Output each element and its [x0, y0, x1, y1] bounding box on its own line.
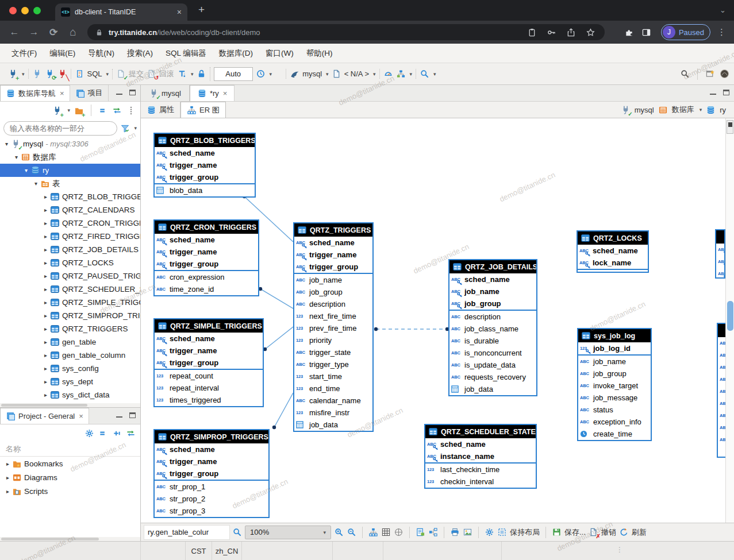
- diagram-search-icon[interactable]: [232, 527, 242, 537]
- sql-editor-dropdown[interactable]: ▾: [106, 71, 109, 77]
- expander-icon[interactable]: ▸: [41, 326, 50, 332]
- er-column-row[interactable]: ABCjob_group: [449, 298, 536, 310]
- filter-icon[interactable]: [120, 123, 130, 133]
- close-icon[interactable]: ×: [60, 89, 64, 98]
- sql-editor-label[interactable]: SQL: [87, 69, 102, 78]
- er-table-header[interactable]: QRTZ_CRON_TRIGGERS: [155, 221, 258, 234]
- project-item-Bookmarks[interactable]: ▸Bookmarks: [0, 457, 140, 470]
- commit-mode-combo[interactable]: Auto: [214, 67, 253, 81]
- expander-icon[interactable]: ▸: [41, 246, 50, 253]
- breadcrumb-schema[interactable]: ry: [720, 106, 726, 114]
- subtab-er-diagram[interactable]: ER 图: [180, 102, 226, 118]
- expander-icon[interactable]: ▸: [41, 286, 50, 292]
- minimize-window-button[interactable]: [21, 7, 29, 14]
- schema-doc-icon[interactable]: [332, 69, 341, 79]
- nav-new-connection-dropdown[interactable]: ▾: [67, 107, 70, 113]
- tree-item-sys_config[interactable]: ▸sys_config: [0, 362, 140, 375]
- expander-icon[interactable]: ▸: [41, 260, 50, 266]
- er-column-row[interactable]: ABCinstance_name: [425, 450, 536, 462]
- schema-dropdown[interactable]: ▾: [373, 71, 376, 77]
- er-column-row[interactable]: 123misfire_instr: [294, 407, 372, 419]
- routing-style-icon[interactable]: [428, 527, 438, 537]
- er-column-row[interactable]: ABCis_durable: [449, 335, 536, 347]
- selection-mode-icon[interactable]: [497, 527, 507, 537]
- zoom-in-icon[interactable]: [334, 527, 344, 537]
- er-table-clipped-0[interactable]: ABCABCABC: [715, 229, 725, 279]
- er-table-sys_job_log[interactable]: sys_job_log123job_log_idABCjob_nameABCjo…: [577, 328, 652, 441]
- expander-icon[interactable]: ▸: [41, 365, 50, 372]
- er-column-row[interactable]: ABClock_name: [578, 257, 648, 269]
- diagram-settings-gear-icon[interactable]: [485, 527, 494, 537]
- disconnect-icon[interactable]: ╲: [57, 69, 67, 79]
- tree-item-QRTZ_LOCKS[interactable]: ▸QRTZ_LOCKS: [0, 256, 140, 269]
- er-column-row[interactable]: ABCtrigger_name: [155, 345, 263, 357]
- er-column-row[interactable]: 123start_time: [294, 370, 372, 383]
- er-column-row[interactable]: ABCtrigger_name: [294, 249, 372, 261]
- collapse-icon[interactable]: [98, 428, 108, 438]
- er-column-row[interactable]: ABCdescription: [449, 311, 536, 323]
- er-column-row[interactable]: ABCjob_group: [578, 368, 651, 380]
- connection-dropdown[interactable]: ▾: [326, 71, 329, 77]
- er-column-row[interactable]: ABCtrigger_name: [155, 159, 255, 171]
- back-icon[interactable]: ←: [6, 26, 23, 38]
- notation-icon[interactable]: [416, 527, 425, 537]
- tree-item-sys_dept[interactable]: ▸sys_dept: [0, 375, 140, 388]
- new-tab-button[interactable]: +: [198, 3, 205, 16]
- subtab-properties[interactable]: 属性: [141, 102, 180, 118]
- er-column-row[interactable]: create_time: [578, 428, 651, 440]
- tree-item-QRTZ_SCHEDULER_STATE[interactable]: ▸QRTZ_SCHEDULER_STATE: [0, 283, 140, 296]
- mysql-dolphin-icon[interactable]: [290, 69, 299, 79]
- new-connection-dropdown[interactable]: ▾: [22, 71, 25, 77]
- er-column-row[interactable]: ABCstatus: [578, 404, 651, 416]
- tree-item-表[interactable]: ▾表: [0, 177, 140, 190]
- editor-tab-ry[interactable]: *ry ×: [190, 85, 235, 101]
- print-diagram-icon[interactable]: [450, 527, 460, 537]
- er-column-row[interactable]: ABCtrigger_group: [155, 258, 258, 270]
- tree-item-sys_dict_data[interactable]: ▸sys_dict_data: [0, 388, 140, 401]
- er-column-row[interactable]: 123repeat_interval: [155, 382, 263, 394]
- tree-item-QRTZ_SIMPROP_TRIGGERS[interactable]: ▸QRTZ_SIMPROP_TRIGGERS: [0, 309, 140, 322]
- zoom-window-button[interactable]: [33, 7, 41, 14]
- search-dropdown[interactable]: ▾: [433, 71, 436, 77]
- er-column-row[interactable]: ABCstr_prop_1: [155, 481, 268, 493]
- maximize-panel-icon[interactable]: [129, 412, 136, 418]
- er-table-header[interactable]: QRTZ_LOCKS: [578, 231, 648, 245]
- history-dropdown[interactable]: ▾: [270, 71, 272, 77]
- diagram-search-input[interactable]: [144, 526, 229, 539]
- tree-item-gen_table_column[interactable]: ▸gen_table_column: [0, 349, 140, 362]
- expander-icon[interactable]: ▾: [12, 154, 21, 160]
- tree-item-gen_table[interactable]: ▸gen_table: [0, 335, 140, 349]
- er-column-row[interactable]: ABCtrigger_group: [294, 261, 372, 273]
- er-column-row[interactable]: ABCtrigger_name: [155, 455, 268, 468]
- project-item-Diagrams[interactable]: ▸Diagrams: [0, 470, 140, 484]
- er-table-QRTZ_TRIGGERS[interactable]: QRTZ_TRIGGERSABCsched_nameABCtrigger_nam…: [293, 222, 374, 432]
- er-column-row[interactable]: 123prev_fire_time: [294, 322, 372, 334]
- tab-database-navigator[interactable]: 数据库导航 ×: [0, 85, 70, 101]
- er-column-row[interactable]: ABCjob_name: [294, 274, 372, 286]
- undo-icon[interactable]: ✗: [589, 527, 598, 537]
- er-column-row[interactable]: ABCstr_prop_2: [155, 493, 268, 505]
- menu-item-5[interactable]: 数据库(D): [213, 46, 259, 61]
- rollback-icon[interactable]: ↺: [147, 69, 156, 79]
- er-column-row[interactable]: blob_data: [155, 184, 255, 196]
- expander-icon[interactable]: ▸: [41, 273, 50, 279]
- er-column-row[interactable]: 123times_triggered: [155, 394, 263, 406]
- tab-list-chevron-icon[interactable]: ⌄: [720, 6, 726, 14]
- perspective-icon[interactable]: [705, 69, 715, 79]
- project-item-Scripts[interactable]: ▸Scripts: [0, 484, 140, 498]
- project-hscrollbar[interactable]: [0, 537, 140, 541]
- tree-item-QRTZ_CRON_TRIGGERS[interactable]: ▸QRTZ_CRON_TRIGGERS: [0, 217, 140, 230]
- er-table-header[interactable]: sys_job_log: [578, 329, 651, 342]
- menu-item-4[interactable]: SQL 编辑器: [160, 46, 212, 61]
- collapse-all-icon[interactable]: [98, 106, 108, 115]
- minimize-panel-icon[interactable]: [116, 90, 122, 95]
- project-name-column-header[interactable]: 名称: [0, 442, 140, 457]
- er-column-row[interactable]: job_data: [449, 383, 536, 395]
- scrollbar-button[interactable]: [727, 120, 733, 134]
- er-column-row[interactable]: ABCsched_name: [155, 147, 255, 159]
- tab-close-icon[interactable]: ×: [177, 7, 182, 17]
- er-column-row[interactable]: 123repeat_count: [155, 370, 263, 382]
- password-key-icon[interactable]: [544, 28, 559, 37]
- minimize-panel-icon[interactable]: [116, 413, 122, 418]
- er-column-row[interactable]: ABCsched_name: [578, 245, 648, 257]
